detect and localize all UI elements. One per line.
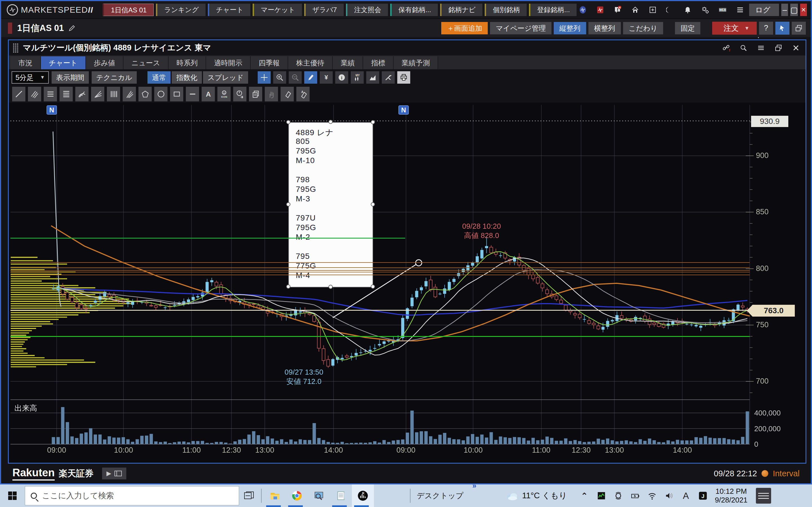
- taskbar-clock[interactable]: 10:12 PM 9/28/2021: [715, 487, 748, 504]
- workspace-button-縦整列[interactable]: 縦整列: [554, 22, 586, 34]
- vlines-icon[interactable]: [107, 87, 120, 101]
- top-tab-1日信AS 01[interactable]: 1日信AS 01: [103, 4, 154, 16]
- drawn-horizontal-line-763[interactable]: [10, 310, 750, 311]
- search-icon[interactable]: [738, 42, 749, 54]
- logout-button[interactable]: ログアウト: [749, 4, 779, 16]
- period-select[interactable]: 5分足▼: [11, 71, 49, 83]
- top-tab-銘柄ナビ[interactable]: 銘柄ナビ: [440, 4, 483, 16]
- fan-lines-icon[interactable]: [91, 87, 104, 101]
- chart-tab-市況[interactable]: 市況: [10, 56, 41, 69]
- top-tab-ザラバ7[interactable]: ザラバ7: [304, 4, 344, 16]
- drawn-horizontal-line-798.5[interactable]: [10, 270, 750, 271]
- drawn-horizontal-line-805.5[interactable]: [10, 262, 750, 263]
- taskbar-app-chrome[interactable]: [286, 485, 308, 507]
- ime-j-icon[interactable]: J: [698, 490, 708, 502]
- moon-icon[interactable]: [664, 4, 676, 16]
- workspace-button-固定[interactable]: 固定: [675, 22, 700, 34]
- mode-button-指数化[interactable]: 指数化: [172, 71, 202, 83]
- drawn-horizontal-line-827[interactable]: [10, 238, 405, 238]
- printer-icon[interactable]: [397, 71, 410, 83]
- ellipse-icon[interactable]: [154, 87, 167, 101]
- hidden-icons-chevron-icon[interactable]: ⌃: [580, 490, 589, 502]
- pitchfork-icon[interactable]: [123, 87, 136, 101]
- info-icon[interactable]: i: [335, 71, 348, 83]
- top-tab-注文照会[interactable]: 注文照会: [346, 4, 388, 16]
- drag-hand-icon[interactable]: [265, 87, 278, 101]
- pentagon-icon[interactable]: [139, 87, 152, 101]
- drag-grip-icon[interactable]: [13, 43, 19, 53]
- edit-title-icon[interactable]: [68, 24, 75, 32]
- support-pointer-button[interactable]: [775, 22, 790, 35]
- top-tab-個別銘柄[interactable]: 個別銘柄: [485, 4, 527, 16]
- chart-canvas[interactable]: [9, 104, 806, 463]
- chart-tab-指標[interactable]: 指標: [363, 56, 394, 69]
- chart-tab-四季報[interactable]: 四季報: [251, 56, 288, 69]
- toolbar-expand-chevron[interactable]: »: [472, 482, 476, 490]
- fib-arcs-icon[interactable]: [75, 87, 89, 101]
- minimize-button[interactable]: –: [781, 4, 788, 16]
- eraser-all-icon[interactable]: A: [296, 87, 310, 101]
- pencil-icon[interactable]: [304, 71, 317, 83]
- gears-icon[interactable]: [699, 4, 711, 16]
- top-tab-保有銘柄...[interactable]: 保有銘柄...: [390, 4, 438, 16]
- menu-icon[interactable]: [734, 4, 746, 16]
- icon-stamp-icon[interactable]: ICON: [217, 87, 231, 101]
- mode-button-通常[interactable]: 通常: [147, 71, 170, 83]
- desktop-toolbar[interactable]: デスクトップ »: [408, 489, 463, 503]
- chart-tab-株主優待[interactable]: 株主優待: [288, 56, 333, 69]
- camera-icon[interactable]: [613, 490, 623, 502]
- wrench-icon[interactable]: [382, 71, 395, 83]
- taskbar-app-file-explorer[interactable]: [264, 485, 286, 507]
- top-tab-ランキング[interactable]: ランキング: [156, 4, 206, 16]
- time-cycle-icon[interactable]: [233, 87, 246, 101]
- zoom-out-icon[interactable]: [289, 71, 302, 83]
- bell-icon[interactable]: [681, 4, 694, 16]
- chart-tab-業績予測[interactable]: 業績予測: [394, 56, 438, 69]
- text-icon[interactable]: A: [202, 87, 215, 101]
- menu-icon[interactable]: [755, 42, 767, 54]
- chart-tab-ニュース[interactable]: ニュース: [123, 56, 168, 69]
- task-view-button[interactable]: [239, 485, 259, 507]
- add-window-icon[interactable]: [647, 4, 659, 16]
- zoom-in-icon[interactable]: [273, 71, 286, 83]
- drawn-horizontal-line-801[interactable]: [10, 267, 750, 268]
- news-bubble-icon[interactable]: N: [612, 4, 624, 16]
- workspace-button-＋画面追加[interactable]: ＋画面追加: [441, 22, 488, 34]
- taskbar-app-screen-tool[interactable]: [308, 485, 330, 507]
- web-icon[interactable]: WEB: [716, 4, 729, 16]
- ime-a-icon[interactable]: A: [681, 490, 691, 502]
- workspace-button-マイページ管理[interactable]: マイページ管理: [490, 22, 551, 34]
- pulse-red-icon[interactable]: [594, 4, 606, 16]
- close-button[interactable]: ×: [800, 4, 807, 16]
- taskbar-app-marketspeed[interactable]: R: [352, 485, 374, 507]
- workspace-button-こだわり[interactable]: こだわり: [623, 22, 663, 34]
- home-icon[interactable]: [629, 4, 642, 16]
- wifi-icon[interactable]: [647, 490, 657, 502]
- top-tab-登録銘柄...[interactable]: 登録銘柄...: [529, 4, 576, 16]
- maximize-button[interactable]: ▢: [790, 4, 798, 16]
- crosshair-icon[interactable]: [258, 71, 271, 83]
- top-tab-チャート[interactable]: チャート: [208, 4, 250, 16]
- copy-window-icon[interactable]: [773, 42, 784, 54]
- hdash-icon[interactable]: [186, 87, 199, 101]
- order-button[interactable]: 注文▼: [712, 22, 757, 35]
- help-button[interactable]: ?: [759, 22, 773, 35]
- yen-icon[interactable]: ¥: [320, 71, 333, 83]
- drawn-horizontal-line-794.5[interactable]: [10, 275, 750, 275]
- toolbar-button-表示期間[interactable]: 表示期間: [52, 71, 89, 83]
- chart-tab-歩み値[interactable]: 歩み値: [86, 56, 124, 69]
- top-tab-マーケット[interactable]: マーケット: [253, 4, 302, 16]
- parallel-lines-icon[interactable]: [28, 87, 41, 101]
- copy-icon[interactable]: [249, 87, 262, 101]
- battery-icon[interactable]: [630, 490, 640, 502]
- rectangle-icon[interactable]: [170, 87, 183, 101]
- chart-tab-適時開示[interactable]: 適時開示: [206, 56, 251, 69]
- chart-window-titlebar[interactable]: マルチツール(個別銘柄) 4889 レナサイエンス 東マ 1: [9, 40, 806, 55]
- chart-tab-チャート[interactable]: チャート: [41, 56, 86, 69]
- hlines-4-icon[interactable]: [59, 87, 73, 101]
- pulse-blue-icon[interactable]: [576, 4, 589, 16]
- ticker-toggle-button[interactable]: ▶: [102, 467, 126, 480]
- workspace-button-横整列[interactable]: 横整列: [589, 22, 621, 34]
- toolbar-handle[interactable]: [410, 489, 410, 503]
- chart-tab-時系列[interactable]: 時系列: [168, 56, 206, 69]
